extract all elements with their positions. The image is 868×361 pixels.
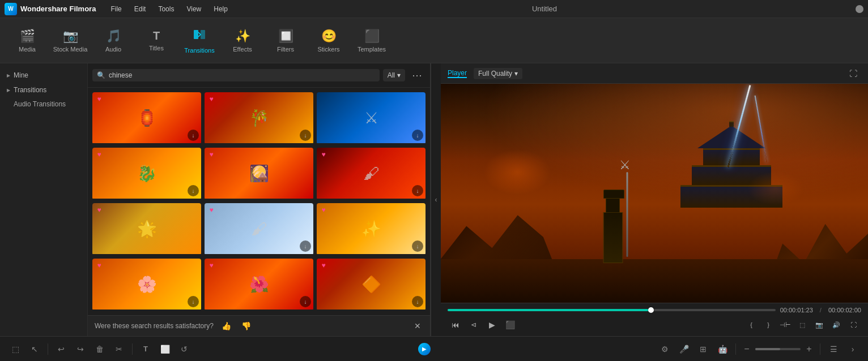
grid-item[interactable]: 🔶 ♥ ↓ ...: [317, 259, 426, 311]
menu-view[interactable]: View: [181, 3, 207, 15]
menu-help[interactable]: Help: [208, 3, 233, 15]
thumbs-down-button[interactable]: 👎: [239, 320, 253, 332]
grid-item[interactable]: ✨ ♥ ↓ Chinese Mythology Particle ...: [317, 203, 426, 255]
download-icon[interactable]: ↓: [412, 130, 423, 141]
volume-button[interactable]: 🔊: [828, 317, 844, 333]
rewind-button[interactable]: ⏮: [448, 317, 463, 333]
download-icon[interactable]: ↓: [412, 240, 423, 252]
download-icon[interactable]: ↓: [188, 296, 199, 307]
minimize-button[interactable]: [856, 5, 863, 13]
search-input-wrap[interactable]: 🔍: [92, 69, 380, 81]
tool-stickers[interactable]: 😊 Stickers: [308, 22, 349, 59]
bottom-crop-button[interactable]: ⬜: [156, 341, 173, 358]
download-icon[interactable]: ↓: [188, 130, 199, 141]
grid-item[interactable]: 🌟 ♥ Chinese Mythology Particle ...: [92, 203, 201, 255]
collapse-panel-button[interactable]: ‹: [431, 63, 441, 336]
menu-tools[interactable]: Tools: [152, 3, 180, 15]
progress-thumb[interactable]: [648, 307, 654, 313]
quality-select[interactable]: Full Quality ▾: [474, 68, 522, 79]
screenshot-button[interactable]: 📷: [811, 317, 827, 333]
progress-bar[interactable]: [448, 309, 776, 311]
heart-icon[interactable]: ♥: [207, 261, 216, 270]
search-input[interactable]: [109, 71, 375, 79]
fullscreen-button[interactable]: ⛶: [845, 66, 861, 81]
bottom-settings-button[interactable]: ⚙: [656, 341, 673, 358]
download-icon[interactable]: ↓: [412, 296, 423, 307]
heart-icon[interactable]: ♥: [319, 150, 328, 159]
sidebar-item-audio-transitions[interactable]: Audio Transitions: [0, 97, 87, 111]
download-icon[interactable]: ↓: [300, 240, 311, 252]
download-icon[interactable]: ↓: [412, 185, 423, 196]
bottom-ai-button[interactable]: 🤖: [714, 341, 731, 358]
bottom-list-view-button[interactable]: ☰: [825, 341, 842, 358]
grid-item[interactable]: 🌸 ♥ ↓ ...: [92, 259, 201, 311]
app-name: Wondershare Filmora: [20, 5, 96, 13]
grid-item[interactable]: 🎑 ♥ Chinese New Year Transition...: [205, 148, 313, 200]
zoom-out-button[interactable]: −: [741, 343, 753, 355]
thumb-pattern: 🖌: [317, 148, 426, 199]
grid-item[interactable]: 🎋 ♥ ↓ Chinese New Year Transition...: [205, 92, 313, 144]
zoom-slider[interactable]: [755, 348, 801, 350]
tool-templates[interactable]: ⬛ Templates: [351, 22, 392, 59]
bottom-undo-button[interactable]: ↩: [53, 341, 70, 358]
grid-item[interactable]: 🐉 ♥ ↓ First Full Moon Transition 25: [92, 148, 201, 200]
tool-stock-media[interactable]: 📷 Stock Media: [50, 22, 91, 59]
heart-icon[interactable]: ♥: [95, 94, 104, 104]
bottom-redo-button[interactable]: ↪: [72, 341, 89, 358]
bottom-more-button[interactable]: ›: [844, 341, 861, 358]
download-icon[interactable]: ↓: [188, 185, 199, 196]
tool-audio[interactable]: 🎵 Audio: [93, 22, 134, 59]
step-back-button[interactable]: ⊲: [466, 317, 482, 333]
sidebar-section-mine[interactable]: ▶ Mine: [0, 68, 87, 83]
heart-icon[interactable]: ♥: [95, 205, 104, 214]
zoom-in-button[interactable]: +: [803, 343, 815, 355]
heart-icon[interactable]: ♥: [207, 94, 216, 104]
item-thumbnail: ⚔ ↓: [317, 92, 426, 143]
thumbs-up-button[interactable]: 👍: [219, 320, 233, 332]
bottom-text-button[interactable]: T: [137, 341, 154, 358]
export-button[interactable]: ⬚: [794, 317, 810, 333]
toolbar: 🎬 Media 📷 Stock Media 🎵 Audio T Titles T…: [0, 18, 868, 63]
bottom-select-button[interactable]: ↖: [26, 341, 43, 358]
grid-item[interactable]: 🌺 ♥ ↓ ...: [205, 259, 313, 311]
grid-item[interactable]: 🖌 ♥ ↓ Chinese Calligraphy Pack Tr...: [205, 203, 313, 255]
center-action-button[interactable]: ▶: [418, 343, 431, 355]
bottom-rotate-button[interactable]: ↺: [176, 341, 193, 358]
heart-icon[interactable]: ♥: [207, 150, 216, 159]
tool-effects[interactable]: ✨ Effects: [222, 22, 263, 59]
left-panel: ▶ Mine ▶ Transitions Audio Transitions 🔍: [0, 63, 431, 336]
mark-out-button[interactable]: }: [760, 317, 776, 333]
heart-icon[interactable]: ♥: [95, 261, 104, 270]
split-button[interactable]: ⊣⊢: [777, 317, 793, 333]
bottom-cut-button[interactable]: ✂: [110, 341, 127, 358]
bottom-transition-quick-button[interactable]: ⊞: [695, 341, 712, 358]
heart-icon[interactable]: ♥: [319, 261, 328, 270]
tool-filters[interactable]: 🔲 Filters: [265, 22, 306, 59]
filter-button[interactable]: All ▾: [383, 69, 405, 81]
menu-file[interactable]: File: [105, 3, 127, 15]
download-icon[interactable]: ↓: [300, 130, 311, 141]
bottom-delete-button[interactable]: 🗑: [91, 341, 108, 358]
heart-icon[interactable]: ♥: [95, 150, 104, 159]
grid-item[interactable]: 🏮 ♥ ↓ Chinese New Year Transition...: [92, 92, 201, 144]
bottom-layout-button[interactable]: ⬚: [7, 341, 24, 358]
close-feedback-button[interactable]: ✕: [412, 320, 423, 332]
mark-in-button[interactable]: {: [743, 317, 759, 333]
more-options-button[interactable]: ⋯: [409, 68, 426, 83]
download-icon[interactable]: ↓: [300, 296, 311, 307]
menu-edit[interactable]: Edit: [129, 3, 152, 15]
player-tab[interactable]: Player: [448, 69, 467, 78]
play-button[interactable]: ▶: [484, 317, 500, 333]
sidebar-section-transitions[interactable]: ▶ Transitions: [0, 83, 87, 97]
grid-item[interactable]: ⚔ ↓ Pixel Fighting Game Transi...: [317, 92, 426, 144]
grid-item[interactable]: 🖌 ♥ ↓ Chinese Calligraphy Pack Tr...: [317, 148, 426, 200]
heart-icon[interactable]: ♥: [207, 205, 216, 214]
tool-transitions[interactable]: Transitions: [179, 22, 220, 59]
resize-button[interactable]: ⛶: [845, 317, 861, 333]
bottom-mic-button[interactable]: 🎤: [675, 341, 692, 358]
heart-icon[interactable]: ♥: [319, 205, 328, 214]
tool-titles[interactable]: T Titles: [136, 22, 177, 59]
tool-media[interactable]: 🎬 Media: [7, 22, 48, 59]
thumb-pattern: 🌺: [205, 259, 313, 310]
stop-button[interactable]: ⬛: [502, 317, 518, 333]
